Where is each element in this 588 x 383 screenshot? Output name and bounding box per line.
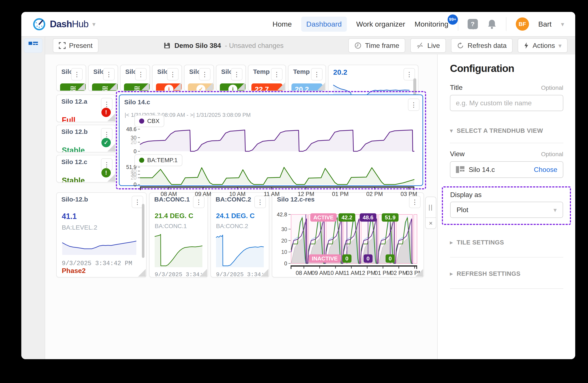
resize-handle[interactable] xyxy=(109,83,117,90)
tile-settings-toggle[interactable]: ▸ TILE SETTINGS xyxy=(450,239,563,246)
tile-ba-conc2[interactable]: BA:CONC.2 ⋮ 24.1 DEG. C BA:CONC.2 9/3/20… xyxy=(210,192,269,277)
resize-handle[interactable] xyxy=(199,269,207,277)
tile-title: Silo 12.a xyxy=(61,98,87,105)
refresh-settings-toggle[interactable]: ▸ REFRESH SETTINGS xyxy=(450,270,563,277)
nav-dashboard[interactable]: Dashboard xyxy=(301,17,347,32)
tile-ba-conc1[interactable]: BA:CONC.1 ⋮ 21.4 DEG. C BA:CONC.1 9/3/20… xyxy=(149,192,208,277)
kebab-menu-button[interactable]: ⋮ xyxy=(403,68,415,80)
actions-button[interactable]: Actions ▾ xyxy=(518,38,567,53)
resize-handle[interactable] xyxy=(138,269,146,277)
resize-handle[interactable] xyxy=(107,114,115,121)
optional-label: Optional xyxy=(541,84,563,91)
kebab-menu-button[interactable]: ⋮ xyxy=(408,98,420,111)
refresh-data-button[interactable]: Refresh data xyxy=(451,38,513,53)
resize-handle[interactable] xyxy=(277,83,285,90)
tile-title: Silo 12 xyxy=(125,68,135,75)
tile-silo-12b-detail[interactable]: Silo-12.b ⋮ 41.1 BA:LEVEL.2 9/3/2025 3:3… xyxy=(56,192,147,277)
section-label: TILE SETTINGS xyxy=(457,239,504,246)
kebab-menu-button[interactable]: ⋮ xyxy=(193,196,205,208)
user-chevron-down-icon[interactable]: ▾ xyxy=(561,20,564,28)
tile-silo-12c-res[interactable]: Silo 12.c-res ⋮ 42.8302010008 AM09 AM10 … xyxy=(272,192,424,277)
kebab-menu-button[interactable]: ⋮ xyxy=(71,68,83,80)
tile-temp-silo-2[interactable]: Temp Silo 2 ⋮ 20.2 xyxy=(288,65,326,91)
resize-handle[interactable] xyxy=(142,83,149,90)
resize-handle[interactable] xyxy=(107,174,115,182)
help-icon[interactable]: ? xyxy=(468,19,478,29)
tile-temp-silo-1[interactable]: Temp Silo 1 ⋮ 22.7 xyxy=(248,65,286,91)
present-button[interactable]: Present xyxy=(53,38,98,53)
cbx-plot: 48.630200 xyxy=(140,129,414,151)
kebab-menu-button[interactable]: ⋮ xyxy=(135,68,147,80)
tile-title: Silo 12 xyxy=(157,68,167,75)
phase-label: BA:PHASE.1 xyxy=(62,276,99,277)
resize-handle[interactable] xyxy=(173,83,181,90)
resize-handle[interactable] xyxy=(205,83,213,90)
user-avatar[interactable]: BF xyxy=(516,18,529,31)
tile-title-input[interactable] xyxy=(450,95,563,111)
tile-silo-12b[interactable]: Silo 12.b ⋮ Stable ✓ xyxy=(56,125,116,152)
tile-silo-wave-1[interactable]: Silo 12 ⋮ ≋ xyxy=(56,65,86,91)
live-signal-off-icon xyxy=(416,42,424,49)
refresh-icon xyxy=(457,42,464,49)
tile-silo-alert[interactable]: Silo 12 ⋮ i xyxy=(152,65,182,91)
panel-resize-handle[interactable]: || × xyxy=(425,197,436,229)
resize-handle[interactable] xyxy=(416,269,423,277)
section-label: SELECT A TRENDHUB VIEW xyxy=(457,127,543,134)
scrollbar[interactable] xyxy=(142,204,145,258)
kebab-menu-button[interactable]: ⋮ xyxy=(254,196,266,208)
legend-ba-temp1[interactable]: BA:TEMP.1 xyxy=(134,154,182,166)
timestamp: 9/3/2025 3:34:42 PM xyxy=(57,257,132,267)
check-icon: ✓ xyxy=(196,85,205,91)
kebab-menu-button[interactable]: ⋮ xyxy=(103,68,115,80)
info-icon: i xyxy=(165,85,173,91)
kebab-menu-button[interactable]: ⋮ xyxy=(132,196,143,208)
notifications-bell-icon[interactable] xyxy=(487,19,497,29)
kebab-menu-button[interactable]: ⋮ xyxy=(167,68,179,80)
brand-logo[interactable]: DashHub ▾ xyxy=(32,17,95,31)
nav-monitoring[interactable]: Monitoring 99+ xyxy=(415,20,448,28)
view-selector[interactable]: Silo 14.c Choose xyxy=(450,161,563,178)
nav-work-organizer[interactable]: Work organizer xyxy=(356,20,405,28)
resize-handle[interactable] xyxy=(317,83,325,90)
drag-grip-icon[interactable]: || xyxy=(426,197,436,218)
conc-value: 24.1 DEG. C xyxy=(211,208,269,220)
tile-silo-wave-3[interactable]: Silo 12 ⋮ ≋ xyxy=(120,65,150,91)
resize-handle[interactable] xyxy=(237,83,245,90)
brand-chevron-down-icon[interactable]: ▾ xyxy=(92,20,95,28)
resize-handle[interactable] xyxy=(107,144,115,152)
legend-cbx[interactable]: CBX xyxy=(134,115,164,127)
gauge-logo-icon xyxy=(32,17,46,31)
conc2-sparkline-plot xyxy=(216,231,264,267)
tile-silo-12c[interactable]: Silo 12.c ⋮ Stable ! xyxy=(56,155,116,183)
tile-silo-14c-selected[interactable]: Silo 14.c ⋮ |< 1/31/2025 7:08:09 AM - >|… xyxy=(119,95,423,186)
close-panel-icon[interactable]: × xyxy=(426,218,436,229)
kebab-menu-button[interactable]: ⋮ xyxy=(271,68,282,80)
time-range-label: |< 1/31/2025 7:08:09 AM - >| 1/31/2025 3… xyxy=(120,111,422,118)
dashboard-layout-button[interactable] xyxy=(24,38,42,53)
choose-view-link[interactable]: Choose xyxy=(534,166,557,174)
kebab-menu-button[interactable]: ⋮ xyxy=(409,196,420,208)
nav-home[interactable]: Home xyxy=(273,20,292,28)
view-field-label: View xyxy=(450,150,465,158)
kebab-menu-button[interactable]: ⋮ xyxy=(199,68,210,80)
display-as-select[interactable]: Plot ▾ xyxy=(450,202,563,218)
tile-silo-12a[interactable]: Silo 12.a ⋮ Full ! xyxy=(56,95,116,122)
tile-title: Silo 12 xyxy=(189,68,199,75)
tile-silo-info[interactable]: Silo 12 ⋮ i xyxy=(216,65,246,91)
chevron-right-icon: ▸ xyxy=(450,270,453,277)
nav-divider xyxy=(458,17,458,31)
resize-handle[interactable] xyxy=(261,269,269,277)
save-icon[interactable] xyxy=(163,42,171,49)
live-button[interactable]: Live xyxy=(410,38,446,53)
kebab-menu-button[interactable]: ⋮ xyxy=(311,68,323,80)
dashboard-toolbar: Present Demo Silo 384 - Unsaved changes … xyxy=(45,37,575,55)
tile-silo-check[interactable]: Silo 12 ⋮ ✓ xyxy=(184,65,214,91)
user-name[interactable]: Bart xyxy=(538,20,552,28)
resize-handle[interactable] xyxy=(78,83,85,90)
conc-label: BA:CONC.1 xyxy=(149,220,208,230)
kebab-menu-button[interactable]: ⋮ xyxy=(231,68,242,80)
trendhub-section-toggle[interactable]: ▾ SELECT A TRENDHUB VIEW xyxy=(450,127,563,134)
tile-silo-wave-2[interactable]: Silo 12 ⋮ ≋ xyxy=(88,65,118,91)
conc1-sparkline-plot xyxy=(155,231,202,267)
time-frame-button[interactable]: Time frame xyxy=(348,38,405,53)
